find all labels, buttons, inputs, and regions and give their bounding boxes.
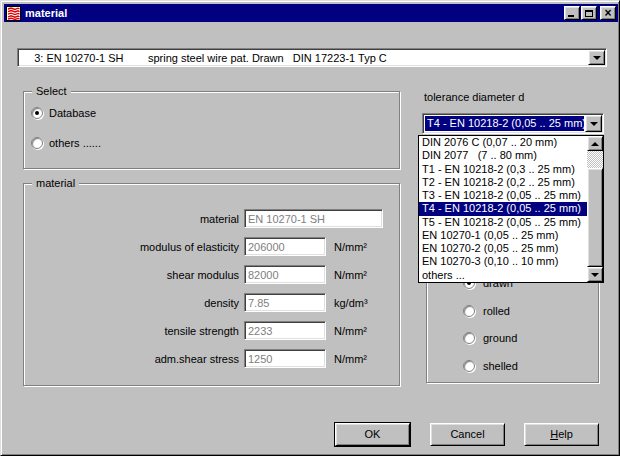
- select-group: Select: [23, 91, 400, 169]
- scrollbar-thumb[interactable]: [587, 168, 603, 267]
- material-field: [244, 209, 383, 228]
- scrollbar-track[interactable]: [587, 151, 603, 168]
- list-item[interactable]: T1 - EN 10218-2 (0,3 .. 25 mm): [419, 163, 587, 176]
- ok-button-default-ring: OK: [334, 422, 411, 447]
- close-icon: ×: [604, 8, 611, 18]
- material-group-label: material: [32, 177, 79, 189]
- select-group-label: Select: [32, 85, 71, 97]
- list-item-selected[interactable]: T4 - EN 10218-2 (0,05 .. 25 mm): [419, 202, 587, 215]
- list-item[interactable]: EN 10270-1 (0,05 .. 25 mm): [419, 229, 587, 242]
- titlebar-buttons: ×: [563, 6, 618, 20]
- scroll-down-button[interactable]: [587, 267, 603, 282]
- minimize-button[interactable]: [564, 6, 580, 20]
- field-label-adm-shear-stress: adm.shear stress: [31, 353, 239, 365]
- tensile-strength-field: [244, 321, 326, 340]
- field-label-material: material: [31, 213, 239, 225]
- radio-database[interactable]: [31, 107, 43, 119]
- radio-others[interactable]: [31, 137, 43, 149]
- radio-shelled-label[interactable]: shelled: [483, 360, 518, 372]
- field-label-density: density: [31, 297, 239, 309]
- radio-rolled-label[interactable]: rolled: [483, 305, 510, 317]
- tolerance-combobox-value: T4 - EN 10218-2 (0,05 .. 25 mm): [425, 116, 584, 131]
- adm-shear-stress-field: [244, 349, 326, 368]
- tolerance-diameter-label: tolerance diameter d: [424, 91, 524, 103]
- radio-dot-icon: [35, 111, 39, 115]
- triangle-up-icon: [591, 142, 599, 146]
- list-item[interactable]: DIN 2077 (7 .. 80 mm): [419, 149, 587, 162]
- maximize-button[interactable]: [581, 6, 597, 20]
- radio-database-label[interactable]: Database: [49, 107, 96, 119]
- list-item[interactable]: T2 - EN 10218-2 (0,2 .. 25 mm): [419, 176, 587, 189]
- spring-icon: [6, 6, 21, 21]
- material-dialog: material × 3: EN 10270-1 SH spring steel…: [0, 0, 620, 456]
- list-item[interactable]: T3 - EN 10218-2 (0,05 .. 25 mm): [419, 189, 587, 202]
- list-item[interactable]: T5 - EN 10218-2 (0,05 .. 25 mm): [419, 216, 587, 229]
- tolerance-dropdown-button[interactable]: [585, 115, 602, 132]
- combobox-dropdown-button[interactable]: [588, 50, 605, 65]
- tolerance-dropdown-list: DIN 2076 C (0,07 .. 20 mm) DIN 2077 (7 .…: [418, 135, 604, 283]
- tensile-strength-unit: N/mm²: [334, 325, 367, 337]
- list-item[interactable]: others ...: [419, 269, 587, 282]
- adm-shear-stress-unit: N/mm²: [334, 353, 367, 365]
- radio-others-label[interactable]: others ......: [49, 137, 101, 149]
- list-item[interactable]: DIN 2076 C (0,07 .. 20 mm): [419, 136, 587, 149]
- minimize-icon: [568, 15, 574, 17]
- field-label-modulus-of-elasticity: modulus of elasticity: [31, 241, 239, 253]
- title-bar[interactable]: material ×: [4, 4, 618, 22]
- field-label-shear-modulus: shear modulus: [31, 269, 239, 281]
- list-item[interactable]: EN 10270-3 (0,10 .. 10 mm): [419, 255, 587, 268]
- radio-shelled[interactable]: [463, 360, 475, 372]
- cancel-button[interactable]: Cancel: [430, 423, 505, 446]
- maximize-icon: [585, 10, 593, 17]
- radio-rolled[interactable]: [463, 305, 475, 317]
- list-scrollbar[interactable]: [587, 136, 603, 282]
- tolerance-combobox[interactable]: T4 - EN 10218-2 (0,05 .. 25 mm): [422, 113, 604, 134]
- chevron-down-icon: [593, 56, 601, 60]
- list-item[interactable]: EN 10270-2 (0,05 .. 25 mm): [419, 242, 587, 255]
- help-button[interactable]: Help: [524, 423, 599, 446]
- tolerance-dropdown-items: DIN 2076 C (0,07 .. 20 mm) DIN 2077 (7 .…: [419, 136, 587, 282]
- shear-modulus-field: [244, 265, 326, 284]
- chevron-down-icon: [590, 122, 598, 126]
- modulus-unit: N/mm²: [334, 241, 367, 253]
- triangle-down-icon: [591, 273, 599, 277]
- close-button[interactable]: ×: [600, 6, 616, 20]
- shear-modulus-unit: N/mm²: [334, 269, 367, 281]
- field-label-tensile-strength: tensile strength: [31, 325, 239, 337]
- material-record-value: 3: EN 10270-1 SH spring steel wire pat. …: [20, 51, 587, 64]
- modulus-of-elasticity-field: [244, 237, 326, 256]
- radio-ground-label[interactable]: ground: [483, 332, 517, 344]
- density-field: [244, 293, 326, 312]
- material-record-combobox[interactable]: 3: EN 10270-1 SH spring steel wire pat. …: [17, 48, 607, 67]
- window-title: material: [25, 7, 67, 19]
- scroll-up-button[interactable]: [587, 136, 603, 151]
- density-unit: kg/dm³: [334, 297, 368, 309]
- ok-button[interactable]: OK: [335, 423, 410, 446]
- radio-ground[interactable]: [463, 332, 475, 344]
